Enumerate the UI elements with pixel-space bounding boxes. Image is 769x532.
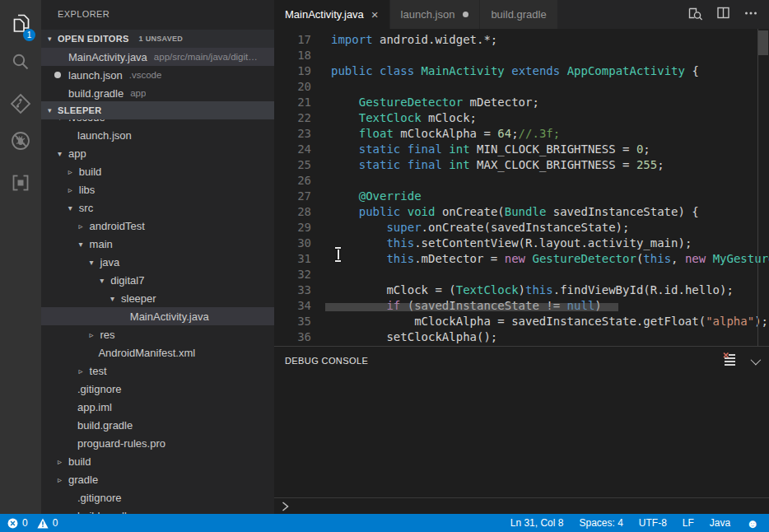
- code-line: 30 this.setContentView(R.layout.activity…: [274, 236, 769, 251]
- debug-console-input[interactable]: [274, 497, 769, 515]
- activity-bar: 1: [0, 0, 41, 514]
- line-text: mClock = (TextClock)this.findViewById(R.…: [331, 282, 734, 298]
- code-line: 35 mClockAlpha = savedInstanceState.getF…: [274, 314, 769, 329]
- extensions-icon[interactable]: [0, 166, 41, 200]
- code-line: 25 static final int MAX_CLOCK_BRIGHTNESS…: [274, 157, 769, 173]
- code-line: 24 static final int MIN_CLOCK_BRIGHTNESS…: [274, 142, 769, 157]
- line-number: 26: [274, 173, 311, 189]
- tree-item-proguard-rules.pro[interactable]: proguard-rules.pro: [41, 434, 274, 452]
- split-editor-icon[interactable]: [715, 5, 731, 24]
- line-text: public class MainActivity extends AppCom…: [331, 63, 699, 79]
- open-editor-item[interactable]: build.gradleapp: [41, 84, 274, 102]
- prompt-chevron-icon: [281, 501, 291, 512]
- tab-MainActivity.java[interactable]: MainActivity.java×: [274, 0, 390, 29]
- search-icon[interactable]: [0, 45, 41, 80]
- tree-item-label: launch.json: [77, 129, 132, 142]
- code-editor[interactable]: 17import android.widget.*;1819public cla…: [274, 29, 769, 346]
- line-text: import android.widget.*;: [331, 32, 497, 48]
- tree-item-AndroidManifest.xml[interactable]: AndroidManifest.xml: [41, 343, 274, 362]
- tree-item-gradle[interactable]: ▹gradle: [41, 470, 274, 488]
- open-editor-name: launch.json: [68, 69, 123, 82]
- tab-build.gradle[interactable]: build.gradle: [480, 0, 557, 29]
- code-line: 21 GestureDetector mDetector;: [274, 95, 769, 110]
- line-number: 31: [274, 251, 311, 267]
- tree-item-label: MainActivity.java: [130, 310, 209, 323]
- line-number: 19: [274, 63, 311, 79]
- vertical-scrollbar-thumb[interactable]: [758, 30, 768, 55]
- tree-item-.gitignore[interactable]: .gitignore: [41, 380, 274, 398]
- twistie-collapsed-icon: ▹: [79, 366, 90, 376]
- tree-item-build.gradle[interactable]: build.gradle: [41, 506, 274, 514]
- open-editor-item[interactable]: launch.json.vscode: [41, 66, 274, 84]
- tree-item-build.gradle[interactable]: build.gradle: [41, 416, 274, 434]
- clear-console-icon[interactable]: [722, 352, 737, 370]
- tab-bar: MainActivity.java×launch.jsonbuild.gradl…: [274, 0, 769, 29]
- close-icon[interactable]: ×: [371, 8, 379, 21]
- tree-item-label: build: [79, 166, 101, 178]
- line-number: 34: [274, 298, 311, 314]
- tree-item-java[interactable]: ▾java: [41, 253, 274, 271]
- tree-item-label: build.gradle: [77, 419, 133, 432]
- tree-item-MainActivity.java[interactable]: MainActivity.java: [41, 307, 274, 325]
- tree-item-digital7[interactable]: ▾digital7: [41, 271, 274, 289]
- line-text: this.mDetector = new GestureDetector(thi…: [331, 251, 769, 267]
- tab-label: MainActivity.java: [285, 8, 364, 21]
- tree-item-app[interactable]: ▾app: [41, 144, 274, 162]
- line-text: mClockAlpha = savedInstanceState.getFloa…: [331, 314, 768, 329]
- tree-item-res[interactable]: ▹res: [41, 325, 274, 343]
- status-eol[interactable]: LF: [683, 517, 694, 529]
- more-actions-icon[interactable]: [743, 6, 758, 24]
- code-line: 20: [274, 79, 769, 95]
- tree-item-.gitignore[interactable]: .gitignore: [41, 488, 274, 506]
- tree-item-src[interactable]: ▾src: [41, 198, 274, 217]
- tree-item-label: androidTest: [90, 220, 145, 232]
- tree-item-sleeper[interactable]: ▾sleeper: [41, 289, 274, 307]
- file-tree: ▾.vscodelaunch.json▾app▹build▹libs▾src▹a…: [41, 108, 274, 514]
- tree-item-libs[interactable]: ▹libs: [41, 180, 274, 198]
- horizontal-scrollbar-thumb[interactable]: [325, 303, 618, 311]
- twistie-expanded-icon: ▾: [89, 258, 100, 267]
- twistie-collapsed-icon: ▹: [58, 475, 68, 484]
- tree-item-launch.json[interactable]: launch.json: [41, 126, 274, 144]
- error-count: 0: [22, 517, 28, 529]
- feedback-smiley-icon[interactable]: ☻: [746, 517, 759, 530]
- explorer-icon[interactable]: 1: [0, 7, 41, 41]
- open-editor-desc: app/src/main/java/digit…: [154, 52, 258, 62]
- status-language-mode[interactable]: Java: [710, 517, 730, 529]
- tree-item-main[interactable]: ▾main: [41, 235, 274, 253]
- tree-item-build[interactable]: ▹build: [41, 162, 274, 180]
- status-indentation[interactable]: Spaces: 4: [579, 517, 622, 529]
- code-line: 19public class MainActivity extends AppC…: [274, 63, 769, 79]
- error-icon: [7, 518, 18, 529]
- problems-status[interactable]: 0 0: [0, 517, 63, 529]
- open-editor-name: MainActivity.java: [68, 51, 147, 63]
- folder-section-header[interactable]: ▾ SLEEPER: [41, 101, 274, 119]
- tree-item-label: sleeper: [121, 292, 156, 305]
- open-editor-item[interactable]: MainActivity.javaapp/src/main/java/digit…: [41, 48, 274, 66]
- tab-launch.json[interactable]: launch.json: [390, 0, 481, 29]
- modified-dot-icon: [54, 90, 61, 96]
- open-editors-header[interactable]: ▾ OPEN EDITORS 1 UNSAVED: [41, 30, 274, 48]
- tree-item-build[interactable]: ▹build: [41, 452, 274, 470]
- tree-item-androidTest[interactable]: ▹androidTest: [41, 217, 274, 235]
- status-line-col[interactable]: Ln 31, Col 8: [510, 517, 564, 529]
- panel-title[interactable]: DEBUG CONSOLE: [285, 356, 368, 366]
- collapse-panel-icon[interactable]: [751, 354, 762, 365]
- tree-item-app.iml[interactable]: app.iml: [41, 398, 274, 416]
- line-text: TextClock mClock;: [331, 110, 477, 126]
- tree-item-test[interactable]: ▹test: [41, 362, 274, 380]
- source-control-icon[interactable]: [0, 86, 41, 121]
- line-number: 18: [274, 48, 311, 63]
- line-number: 35: [274, 314, 311, 329]
- status-bar-right: Ln 31, Col 8Spaces: 4UTF-8LFJava: [510, 517, 730, 529]
- open-editor-desc: .vscode: [129, 70, 162, 80]
- line-number: 22: [274, 110, 311, 126]
- line-text: public void onCreate(Bundle savedInstanc…: [331, 204, 699, 220]
- status-encoding[interactable]: UTF-8: [639, 517, 667, 529]
- twistie-collapsed-icon: ▹: [58, 457, 68, 466]
- open-preview-icon[interactable]: [687, 5, 703, 25]
- tab-label: launch.json: [401, 8, 455, 21]
- sidebar-explorer: EXPLORER ▾ OPEN EDITORS 1 UNSAVED MainAc…: [41, 0, 274, 514]
- code-line: 22 TextClock mClock;: [274, 110, 769, 126]
- debug-icon[interactable]: [0, 124, 41, 158]
